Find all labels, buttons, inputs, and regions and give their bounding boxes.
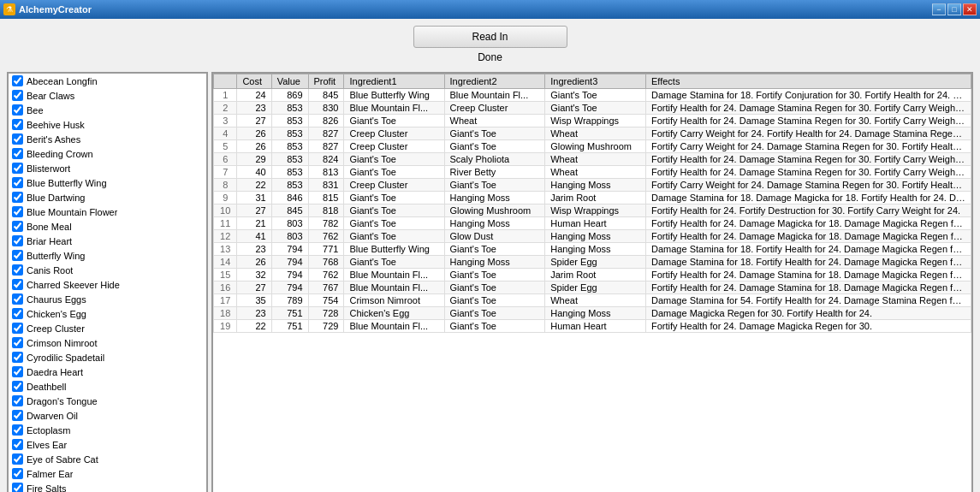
ingredient-checkbox[interactable] — [12, 250, 23, 261]
cell-profit: 830 — [308, 102, 344, 115]
ingredient-item[interactable]: Bleeding Crown — [9, 146, 206, 161]
table-row[interactable]: 1426794768Giant's ToeHanging MossSpider … — [214, 256, 971, 269]
ingredient-item[interactable]: Daedra Heart — [9, 365, 206, 379]
cell-ingredient2: Blue Mountain Fl... — [444, 89, 545, 102]
ingredient-checkbox[interactable] — [12, 75, 23, 86]
ingredient-item[interactable]: Falmer Ear — [9, 466, 206, 481]
table-row[interactable]: 822853831Creep ClusterGiant's ToeHanging… — [214, 179, 971, 192]
ingredient-checkbox[interactable] — [12, 337, 23, 348]
results-table-container[interactable]: CostValueProfitIngredient1Ingredient2Ing… — [213, 74, 971, 492]
ingredient-checkbox[interactable] — [12, 133, 23, 145]
ingredient-checkbox[interactable] — [12, 483, 23, 492]
table-row[interactable]: 1532794762Blue Mountain Fl...Giant's Toe… — [214, 269, 971, 282]
table-row[interactable]: 1735789754Crimson NimrootGiant's ToeWhea… — [214, 294, 971, 307]
ingredient-checkbox[interactable] — [12, 468, 23, 479]
ingredient-item[interactable]: Beehive Husk — [9, 117, 206, 132]
ingredient-item[interactable]: Fire Salts — [9, 481, 206, 492]
table-row[interactable]: 931846815Giant's ToeHanging MossJarim Ro… — [214, 192, 971, 205]
ingredient-item[interactable]: Deathbell — [9, 379, 206, 394]
close-button[interactable]: ✕ — [963, 3, 977, 15]
ingredient-checkbox[interactable] — [12, 163, 23, 174]
cell-cost: 32 — [237, 269, 271, 282]
cell-profit: 827 — [308, 127, 344, 140]
table-row[interactable]: 526853827Creep ClusterGiant's ToeGlowing… — [214, 140, 971, 153]
ingredient-name: Chicken's Egg — [27, 309, 86, 319]
ingredient-item[interactable]: Eye of Sabre Cat — [9, 452, 206, 466]
ingredient-checkbox[interactable] — [12, 366, 23, 377]
ingredient-item[interactable]: Creep Cluster — [9, 321, 206, 335]
ingredient-checkbox[interactable] — [12, 381, 23, 392]
ingredient-name: Elves Ear — [27, 440, 67, 450]
ingredient-item[interactable]: Bear Claws — [9, 88, 206, 103]
ingredient-item[interactable]: Blue Butterfly Wing — [9, 175, 206, 190]
cell-value: 853 — [271, 127, 308, 140]
ingredient-item[interactable]: Bone Meal — [9, 219, 206, 234]
row-number: 13 — [214, 243, 237, 256]
maximize-button[interactable]: □ — [947, 3, 961, 15]
table-row[interactable]: 327853826Giant's ToeWheatWisp WrappingsF… — [214, 115, 971, 127]
table-row[interactable]: 1121803782Giant's ToeHanging MossHuman H… — [214, 217, 971, 230]
ingredient-item[interactable]: Bee — [9, 103, 206, 117]
table-row[interactable]: 426853827Creep ClusterGiant's ToeWheatFo… — [214, 127, 971, 140]
table-row[interactable]: 1922751729Blue Mountain Fl...Giant's Toe… — [214, 320, 971, 333]
table-row[interactable]: 1627794767Blue Mountain Fl...Giant's Toe… — [214, 282, 971, 294]
ingredient-checkbox[interactable] — [12, 352, 23, 363]
ingredient-item[interactable]: Berit's Ashes — [9, 132, 206, 146]
ingredient-checkbox[interactable] — [12, 395, 23, 406]
ingredient-checkbox[interactable] — [12, 235, 23, 246]
app-icon: ⚗ — [3, 3, 15, 15]
ingredient-item[interactable]: Canis Root — [9, 263, 206, 277]
ingredient-item[interactable]: Elves Ear — [9, 437, 206, 452]
table-row[interactable]: 1027845818Giant's ToeGlowing MushroomWis… — [214, 205, 971, 217]
ingredient-name: Briar Heart — [27, 236, 72, 246]
ingredient-checkbox[interactable] — [12, 90, 23, 101]
ingredient-checkbox[interactable] — [12, 439, 23, 450]
ingredient-item[interactable]: Cyrodilic Spadetail — [9, 350, 206, 365]
ingredient-checkbox[interactable] — [12, 279, 23, 290]
cell-ingredient3: Hanging Moss — [545, 230, 646, 243]
ingredient-item[interactable]: Chicken's Egg — [9, 306, 206, 321]
ingredient-item[interactable]: Blue Mountain Flower — [9, 205, 206, 219]
cell-ingredient2: Giant's Toe — [444, 140, 545, 153]
table-row[interactable]: 223853830Blue Mountain Fl...Creep Cluste… — [214, 102, 971, 115]
ingredient-checkbox[interactable] — [12, 453, 23, 465]
row-number: 15 — [214, 269, 237, 282]
ingredient-checkbox[interactable] — [12, 293, 23, 305]
ingredient-list[interactable]: Abecean LongfinBear ClawsBeeBeehive Husk… — [9, 74, 206, 492]
ingredient-item[interactable]: Crimson Nimroot — [9, 335, 206, 350]
cell-ingredient3: Hanging Moss — [545, 243, 646, 256]
ingredient-item[interactable]: Dragon's Tongue — [9, 394, 206, 408]
ingredient-checkbox[interactable] — [12, 148, 23, 159]
table-row[interactable]: 1323794771Blue Butterfly WingGiant's Toe… — [214, 243, 971, 256]
ingredient-item[interactable]: Abecean Longfin — [9, 74, 206, 88]
ingredient-item[interactable]: Blue Dartwing — [9, 190, 206, 205]
table-row[interactable]: 740853813Giant's ToeRiver BettyWheatFort… — [214, 166, 971, 179]
ingredient-item[interactable]: Dwarven Oil — [9, 408, 206, 423]
ingredient-checkbox[interactable] — [12, 264, 23, 276]
ingredient-checkbox[interactable] — [12, 221, 23, 232]
ingredient-checkbox[interactable] — [12, 104, 23, 116]
ingredient-checkbox[interactable] — [12, 308, 23, 319]
ingredient-item[interactable]: Butterfly Wing — [9, 248, 206, 263]
ingredient-item[interactable]: Charred Skeever Hide — [9, 277, 206, 292]
table-row[interactable]: 124869845Blue Butterfly WingBlue Mountai… — [214, 89, 971, 102]
cell-value: 853 — [271, 179, 308, 192]
ingredient-item[interactable]: Briar Heart — [9, 234, 206, 248]
ingredient-item[interactable]: Chaurus Eggs — [9, 292, 206, 306]
minimize-button[interactable]: − — [932, 3, 946, 15]
ingredient-checkbox[interactable] — [12, 177, 23, 188]
read-in-button[interactable]: Read In — [413, 26, 567, 48]
cell-effects: Damage Stamina for 18. Damage Magicka fo… — [646, 192, 971, 205]
ingredient-item[interactable]: Ectoplasm — [9, 423, 206, 437]
ingredient-checkbox[interactable] — [12, 206, 23, 217]
table-row[interactable]: 629853824Giant's ToeScaly PholiotaWheatF… — [214, 153, 971, 166]
ingredient-checkbox[interactable] — [12, 424, 23, 436]
ingredient-checkbox[interactable] — [12, 192, 23, 203]
ingredient-checkbox[interactable] — [12, 323, 23, 334]
table-row[interactable]: 1823751728Chicken's EggGiant's ToeHangin… — [214, 307, 971, 320]
ingredient-item[interactable]: Blisterwort — [9, 161, 206, 175]
ingredient-checkbox[interactable] — [12, 410, 23, 421]
ingredient-checkbox[interactable] — [12, 119, 23, 130]
table-row[interactable]: 1241803762Giant's ToeGlow DustHanging Mo… — [214, 230, 971, 243]
cell-effects: Damage Stamina for 18. Fortify Conjurati… — [646, 89, 971, 102]
